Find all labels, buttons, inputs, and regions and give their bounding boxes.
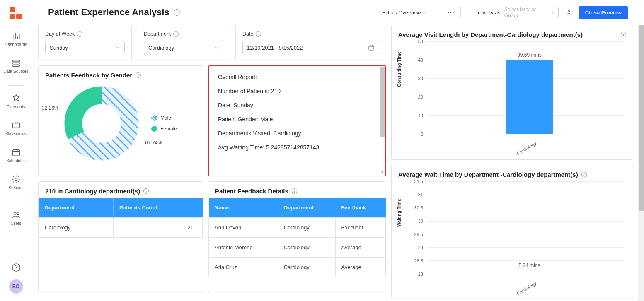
day-select[interactable]: Sunday [45, 41, 125, 54]
tv-icon [12, 121, 21, 130]
svg-rect-10 [369, 46, 374, 50]
dept-count-widget: 210 in Cardiology department(s)i Departm… [38, 181, 203, 292]
add-user-button[interactable] [566, 9, 573, 16]
info-icon[interactable]: i [77, 31, 82, 37]
sidebar-item-users[interactable]: Users [0, 209, 32, 227]
help-icon [12, 263, 21, 272]
report-line: Avg Waiting Time: 5.242857142857143 [218, 144, 376, 151]
chart-bar-icon [12, 31, 21, 41]
widget-title-text: Patient Feedback Details [215, 188, 288, 195]
donut-chart [64, 86, 139, 161]
feedback-details-widget: Patient Feedback Detailsi Name Departmen… [208, 181, 386, 292]
sidebar-label: Data Sources [3, 69, 29, 74]
widget-title-text: Patients Feedback by Gender [45, 72, 132, 79]
filter-label: Day of Week [45, 31, 75, 37]
svg-point-6 [14, 212, 16, 215]
chart-bar[interactable] [506, 60, 553, 134]
database-icon [12, 58, 21, 67]
filters-overview-dropdown[interactable]: Filters Overview [382, 10, 428, 16]
topbar: Patient Experience Analysis i Filters Ov… [32, 0, 644, 25]
sidebar-item-schedules[interactable]: Schedules [0, 146, 32, 165]
scroll-down-icon[interactable]: ▾ [381, 170, 383, 174]
app-logo [10, 7, 23, 20]
info-icon[interactable]: i [621, 32, 626, 37]
department-select[interactable]: Cardiology [144, 41, 223, 54]
users-icon [12, 210, 21, 219]
male-pct-label: 67.74% [145, 140, 162, 146]
info-icon[interactable]: i [581, 172, 587, 177]
gear-icon [12, 175, 21, 184]
sidebar-label: Slideshows [5, 132, 27, 136]
report-line: Patient Gender: Male [218, 116, 376, 123]
y-axis-label: Consulting Time [397, 51, 402, 87]
info-icon[interactable]: i [174, 9, 180, 16]
report-line: Overall Report: [218, 74, 376, 80]
page-title: Patient Experience Analysis [48, 7, 169, 18]
info-icon[interactable]: i [136, 72, 141, 78]
user-avatar[interactable]: EO [9, 279, 23, 294]
dept-table: Department Patients Count Cardiology 210 [39, 198, 203, 238]
help-button[interactable] [0, 261, 32, 274]
user-plus-icon [566, 9, 573, 16]
sidebar-label: Dashboards [5, 42, 27, 47]
sidebar-label: Pinboards [7, 105, 25, 109]
report-line: Departments Visited: Cardiology [218, 130, 376, 137]
svg-point-14 [73, 95, 130, 152]
chart-legend: Male Female [151, 115, 177, 132]
chevron-down-icon [550, 10, 555, 15]
widget-title-text: Average Wait Time by Department -Cardiol… [398, 171, 578, 178]
calendar-icon [12, 148, 21, 157]
svg-rect-0 [12, 60, 19, 62]
female-pct-label: 32.26% [42, 105, 59, 111]
feedback-table: Name Department Feedback Ann Devon Cardi… [208, 198, 386, 277]
col-header[interactable]: Department [39, 198, 114, 218]
sidebar-item-pinboards[interactable]: Pinboards [0, 92, 32, 111]
calendar-icon [368, 44, 375, 51]
filter-card-date: Datei 12/10/2021 - 8/15/2022 [235, 25, 386, 60]
table-row[interactable]: Cardiology 210 [39, 218, 203, 238]
more-menu[interactable]: ··· [448, 10, 455, 16]
filter-card-department: Departmenti Cardiology [137, 25, 230, 60]
close-preview-button[interactable]: Close Preview [579, 6, 628, 19]
svg-point-7 [17, 213, 19, 215]
widget-title-text: 210 in Cardiology department(s) [45, 188, 140, 195]
sidebar: Dashboards Data Sources Pinboards Slides… [0, 0, 32, 301]
col-header[interactable]: Feedback [335, 198, 385, 218]
sidebar-item-datasources[interactable]: Data Sources [0, 57, 32, 75]
content-area: Day of Weeki Sunday Departmenti Cardiolo… [32, 25, 644, 301]
overall-report-widget: ▴ Overall Report: Number of Patients: 21… [208, 65, 386, 176]
sidebar-item-slideshows[interactable]: Slideshows [0, 119, 32, 138]
info-icon[interactable]: i [292, 188, 297, 194]
col-header[interactable]: Name [209, 198, 278, 218]
scrollbar-thumb[interactable] [639, 25, 644, 211]
chevron-down-icon [214, 45, 219, 50]
sidebar-item-dashboards[interactable]: Dashboards [0, 30, 32, 48]
sidebar-label: Users [10, 221, 21, 226]
date-range-input[interactable]: 12/10/2021 - 8/15/2022 [242, 41, 379, 54]
gender-feedback-widget: Patients Feedback by Genderi 32.26% [38, 65, 203, 176]
pin-icon [12, 94, 21, 103]
filter-card-day: Day of Weeki Sunday [38, 25, 132, 60]
widget-title-text: Average Visit Length by Department-Cardi… [398, 31, 583, 38]
table-row[interactable]: Aria Cruz Cardiology Average [209, 258, 386, 277]
table-row[interactable]: Ann Devon Cardiology Excellent [209, 218, 386, 238]
info-icon[interactable]: i [256, 31, 261, 37]
info-icon[interactable]: i [173, 31, 179, 37]
col-header[interactable]: Department [278, 198, 335, 218]
sidebar-item-settings[interactable]: Settings [0, 173, 32, 192]
sidebar-label: Settings [8, 185, 23, 190]
scrollbar-track[interactable] [638, 25, 644, 301]
user-group-select[interactable]: Select User or Group [501, 7, 559, 18]
scrollbar-thumb[interactable] [380, 67, 385, 137]
sidebar-label: Schedules [6, 159, 26, 163]
legend-male: Male [160, 115, 171, 121]
filter-label: Date [242, 31, 253, 37]
table-row[interactable]: Antonio Moreno Cardiology Average [209, 238, 386, 258]
bar-chart: Consulting Time 0 10 20 30 40 50 [398, 41, 626, 149]
svg-rect-4 [12, 150, 19, 156]
svg-rect-2 [12, 65, 19, 67]
filter-label: Department [144, 31, 171, 37]
info-icon[interactable]: i [143, 188, 149, 194]
col-header[interactable]: Patients Count [114, 198, 203, 218]
chevron-down-icon [115, 45, 120, 50]
